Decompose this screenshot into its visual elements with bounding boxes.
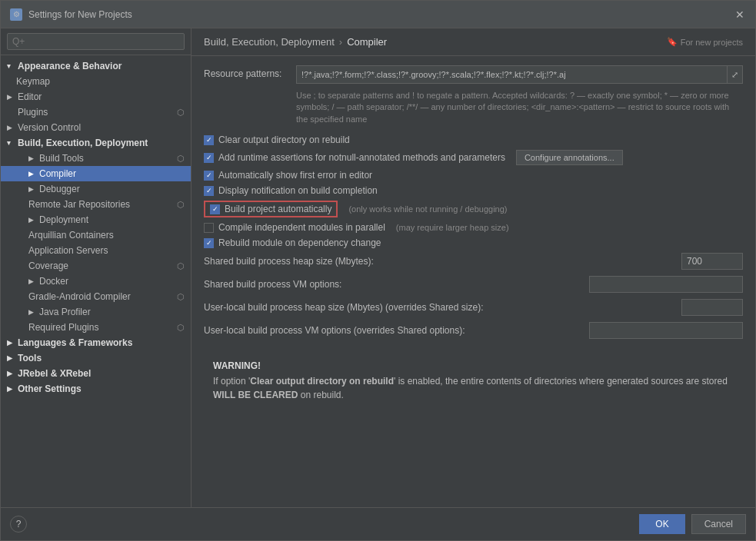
new-projects-tag: 🔖 For new projects [667, 37, 743, 47]
sidebar-item-editor[interactable]: ▶ Editor [1, 89, 191, 105]
panel-header: Build, Execution, Deployment › Compiler … [191, 28, 755, 56]
nav-tree: ▾ Appearance & Behavior Keymap ▶ Editor … [1, 55, 191, 507]
checkmark-icon3: ✓ [206, 171, 212, 179]
sidebar-item-languages[interactable]: ▶ Languages & Frameworks [1, 335, 191, 350]
breadcrumb-current: Compiler [347, 36, 387, 48]
user-heap-label: User-local build process heap size (Mbyt… [204, 302, 681, 313]
sidebar-item-appearance[interactable]: ▾ Appearance & Behavior [1, 58, 191, 74]
sidebar-item-gradle[interactable]: Gradle-Android Compiler ⬡ [1, 289, 191, 304]
checkbox-clear-output: ✓ Clear output directory on rebuild [204, 134, 743, 145]
search-box [1, 28, 191, 55]
sidebar-item-build[interactable]: ▾ Build, Execution, Deployment [1, 135, 191, 151]
search-input[interactable] [7, 33, 185, 50]
chevron-right-icon5: ▶ [28, 185, 36, 193]
compile-parallel-note: (may require larger heap size) [396, 223, 509, 232]
sidebar-item-deployment[interactable]: ▶ Deployment [1, 212, 191, 227]
shared-heap-label: Shared build process heap size (Mbytes): [204, 256, 681, 267]
sidebar-item-jrebel[interactable]: ▶ JRebel & XRebel [1, 366, 191, 381]
checkbox-runtime-assertions: ✓ Add runtime assertions for notnull-ann… [204, 150, 743, 165]
new-projects-label: For new projects [681, 38, 743, 47]
settings-dialog: ⚙ Settings for New Projects ✕ ▾ Appearan… [0, 0, 756, 541]
sidebar-item-othersettings[interactable]: ▶ Other Settings [1, 381, 191, 397]
show-first-error-checkbox[interactable]: ✓ [204, 171, 214, 181]
help-text: Use ; to separate patterns and ! to nega… [204, 90, 743, 125]
close-button[interactable]: ✕ [734, 8, 746, 21]
display-notification-label: Display notification on build completion [218, 185, 378, 196]
chevron-right-icon2: ▶ [7, 124, 15, 131]
right-panel: Build, Execution, Deployment › Compiler … [191, 28, 755, 507]
shared-heap-row: Shared build process heap size (Mbytes): [204, 253, 743, 270]
share-icon4: ⬡ [177, 261, 185, 271]
compile-parallel-checkbox[interactable] [204, 223, 214, 233]
dialog-title: Settings for New Projects [28, 9, 132, 20]
sidebar-item-coverage[interactable]: Coverage ⬡ [1, 258, 191, 274]
checkbox-rebuild-module: ✓ Rebuild module on dependency change [204, 237, 743, 248]
checkbox-show-first-error: ✓ Automatically show first error in edit… [204, 170, 743, 181]
warning-box: WARNING! If option 'Clear output directo… [204, 351, 743, 411]
sidebar-item-appservers[interactable]: Application Servers [1, 243, 191, 258]
resource-patterns-input[interactable] [296, 65, 728, 84]
user-heap-input[interactable] [681, 299, 743, 316]
checkbox-build-auto-row: ✓ Build project automatically (only work… [204, 201, 743, 217]
checkmark-icon5: ✓ [212, 205, 218, 213]
chevron-down-icon: ▾ [7, 62, 15, 70]
show-first-error-label: Automatically show first error in editor [218, 170, 372, 181]
sidebar-item-keymap[interactable]: Keymap [1, 74, 191, 89]
shared-vm-row: Shared build process VM options: [204, 276, 743, 293]
user-vm-row: User-local build process VM options (ove… [204, 322, 743, 339]
clear-output-checkbox[interactable]: ✓ [204, 135, 214, 145]
display-notification-checkbox[interactable]: ✓ [204, 186, 214, 196]
title-bar-left: ⚙ Settings for New Projects [10, 8, 132, 21]
breadcrumb-parent: Build, Execution, Deployment [204, 36, 335, 48]
resource-patterns-label: Resource patterns: [204, 65, 296, 79]
rebuild-module-checkbox[interactable]: ✓ [204, 238, 214, 248]
ok-button[interactable]: OK [639, 514, 684, 534]
sidebar-item-remotejar[interactable]: Remote Jar Repositories ⬡ [1, 197, 191, 212]
chevron-right-icon3: ▶ [28, 154, 36, 162]
expand-button[interactable]: ⤢ [728, 65, 743, 84]
checkbox-display-notification: ✓ Display notification on build completi… [204, 185, 743, 196]
build-auto-highlighted: ✓ Build project automatically [204, 201, 338, 217]
runtime-assertions-checkbox[interactable]: ✓ [204, 153, 214, 163]
sidebar-item-plugins[interactable]: Plugins ⬡ [1, 105, 191, 120]
sidebar-item-reqplugins[interactable]: Required Plugins ⬡ [1, 320, 191, 335]
chevron-right-icon9: ▶ [7, 339, 15, 347]
sidebar-item-versioncontrol[interactable]: ▶ Version Control [1, 120, 191, 135]
chevron-right-icon6: ▶ [28, 216, 36, 224]
chevron-right-icon10: ▶ [7, 354, 15, 362]
sidebar-item-debugger[interactable]: ▶ Debugger [1, 181, 191, 197]
panel-body: Resource patterns: ⤢ Use ; to separate p… [191, 56, 755, 507]
checkmark-icon6: ✓ [206, 239, 212, 247]
build-auto-label: Build project automatically [225, 204, 331, 214]
cancel-button[interactable]: Cancel [691, 514, 746, 534]
sidebar-item-javaprofiler[interactable]: ▶ Java Profiler [1, 304, 191, 320]
help-button[interactable]: ? [10, 516, 27, 533]
checkbox-compile-parallel: Compile independent modules in parallel … [204, 222, 743, 233]
shared-vm-input[interactable] [589, 276, 743, 293]
user-heap-row: User-local build process heap size (Mbyt… [204, 299, 743, 316]
resource-patterns-row: Resource patterns: ⤢ [204, 65, 743, 84]
share-icon3: ⬡ [177, 200, 185, 210]
checkmark-icon4: ✓ [206, 187, 212, 194]
user-vm-input[interactable] [589, 322, 743, 339]
share-icon: ⬡ [177, 108, 185, 118]
configure-annotations-button[interactable]: Configure annotations... [516, 150, 623, 165]
chevron-right-icon11: ▶ [7, 370, 15, 377]
chevron-down-icon2: ▾ [7, 139, 15, 147]
sidebar-item-docker[interactable]: ▶ Docker [1, 274, 191, 289]
shared-heap-input[interactable] [681, 253, 743, 270]
sidebar-item-tools[interactable]: ▶ Tools [1, 350, 191, 366]
share-icon2: ⬡ [177, 154, 185, 164]
runtime-assertions-label: Add runtime assertions for notnull-annot… [218, 152, 505, 163]
button-group: OK Cancel [639, 514, 746, 534]
sidebar-item-arquillian[interactable]: Arquillian Containers [1, 227, 191, 243]
chevron-right-icon12: ▶ [7, 385, 15, 393]
checkmark-icon2: ✓ [206, 154, 212, 161]
chevron-right-icon8: ▶ [28, 308, 36, 316]
build-auto-checkbox[interactable]: ✓ [210, 204, 220, 214]
sidebar-item-compiler[interactable]: ▶ Compiler [1, 166, 191, 181]
sidebar-item-buildtools[interactable]: ▶ Build Tools ⬡ [1, 151, 191, 166]
breadcrumb-separator: › [339, 36, 342, 48]
chevron-right-icon: ▶ [7, 93, 15, 101]
chevron-right-icon7: ▶ [28, 277, 36, 285]
